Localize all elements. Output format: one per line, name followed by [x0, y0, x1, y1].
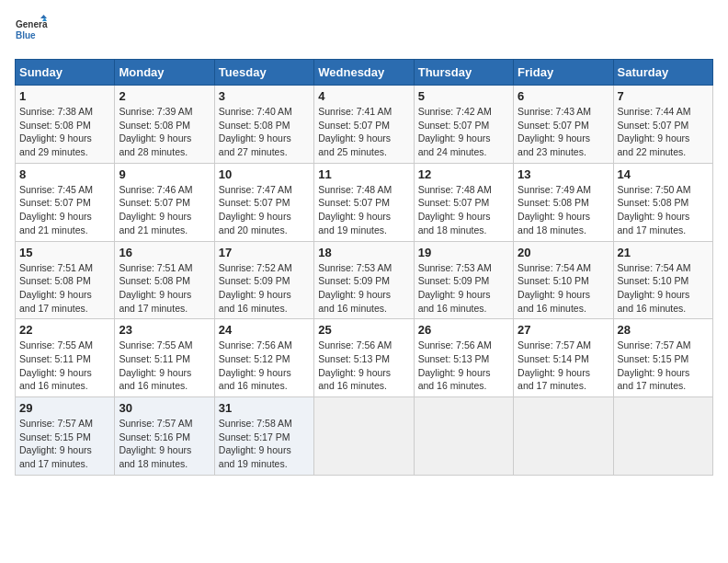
day-number: 19 [418, 246, 509, 259]
calendar-cell: 3Sunrise: 7:40 AM Sunset: 5:08 PM Daylig… [214, 86, 313, 164]
calendar-table: SundayMondayTuesdayWednesdayThursdayFrid… [15, 59, 713, 476]
day-number: 8 [19, 167, 110, 181]
weekday-friday: Friday [514, 60, 613, 86]
calendar-cell: 14Sunrise: 7:50 AM Sunset: 5:08 PM Dayli… [613, 163, 712, 241]
day-info: Sunrise: 7:38 AM Sunset: 5:08 PM Dayligh… [19, 105, 110, 159]
calendar-cell [613, 397, 712, 476]
calendar-cell: 13Sunrise: 7:49 AM Sunset: 5:08 PM Dayli… [514, 163, 613, 241]
day-number: 18 [318, 246, 409, 259]
day-number: 16 [119, 246, 210, 259]
day-info: Sunrise: 7:46 AM Sunset: 5:07 PM Dayligh… [119, 183, 210, 237]
day-info: Sunrise: 7:50 AM Sunset: 5:08 PM Dayligh… [618, 183, 709, 237]
day-info: Sunrise: 7:51 AM Sunset: 5:08 PM Dayligh… [19, 261, 110, 316]
day-info: Sunrise: 7:53 AM Sunset: 5:09 PM Dayligh… [418, 261, 509, 316]
day-info: Sunrise: 7:47 AM Sunset: 5:07 PM Dayligh… [219, 183, 310, 237]
day-info: Sunrise: 7:56 AM Sunset: 5:12 PM Dayligh… [219, 339, 310, 393]
calendar-cell: 5Sunrise: 7:42 AM Sunset: 5:07 PM Daylig… [414, 86, 513, 164]
day-number: 23 [119, 323, 210, 337]
week-row-2: 8Sunrise: 7:45 AM Sunset: 5:07 PM Daylig… [16, 163, 713, 241]
day-info: Sunrise: 7:43 AM Sunset: 5:07 PM Dayligh… [518, 105, 609, 159]
day-info: Sunrise: 7:45 AM Sunset: 5:07 PM Dayligh… [19, 183, 110, 237]
day-info: Sunrise: 7:39 AM Sunset: 5:08 PM Dayligh… [119, 105, 210, 159]
calendar-cell: 31Sunrise: 7:58 AM Sunset: 5:17 PM Dayli… [214, 397, 313, 476]
day-number: 26 [418, 323, 509, 337]
calendar-cell: 11Sunrise: 7:48 AM Sunset: 5:07 PM Dayli… [314, 163, 414, 241]
day-info: Sunrise: 7:53 AM Sunset: 5:09 PM Dayligh… [318, 261, 409, 316]
day-number: 22 [19, 323, 110, 337]
logo-graphic: General Blue [15, 15, 48, 48]
day-info: Sunrise: 7:44 AM Sunset: 5:07 PM Dayligh… [618, 105, 709, 159]
calendar-cell: 21Sunrise: 7:54 AM Sunset: 5:10 PM Dayli… [613, 241, 712, 319]
calendar-cell: 6Sunrise: 7:43 AM Sunset: 5:07 PM Daylig… [514, 86, 613, 164]
day-info: Sunrise: 7:57 AM Sunset: 5:15 PM Dayligh… [618, 339, 709, 393]
calendar-cell: 18Sunrise: 7:53 AM Sunset: 5:09 PM Dayli… [314, 241, 414, 319]
calendar-cell: 2Sunrise: 7:39 AM Sunset: 5:08 PM Daylig… [115, 86, 214, 164]
calendar-cell: 24Sunrise: 7:56 AM Sunset: 5:12 PM Dayli… [214, 319, 313, 397]
calendar-cell: 1Sunrise: 7:38 AM Sunset: 5:08 PM Daylig… [16, 86, 115, 164]
day-number: 29 [19, 401, 110, 415]
calendar-cell: 8Sunrise: 7:45 AM Sunset: 5:07 PM Daylig… [16, 163, 115, 241]
day-number: 14 [618, 167, 709, 181]
day-info: Sunrise: 7:42 AM Sunset: 5:07 PM Dayligh… [418, 105, 509, 159]
week-row-5: 29Sunrise: 7:57 AM Sunset: 5:15 PM Dayli… [16, 397, 713, 476]
calendar-cell: 27Sunrise: 7:57 AM Sunset: 5:14 PM Dayli… [514, 319, 613, 397]
calendar-cell: 26Sunrise: 7:56 AM Sunset: 5:13 PM Dayli… [414, 319, 513, 397]
week-row-3: 15Sunrise: 7:51 AM Sunset: 5:08 PM Dayli… [16, 241, 713, 319]
day-number: 20 [518, 246, 609, 259]
day-info: Sunrise: 7:58 AM Sunset: 5:17 PM Dayligh… [219, 417, 310, 471]
calendar-cell [514, 397, 613, 476]
calendar-cell: 4Sunrise: 7:41 AM Sunset: 5:07 PM Daylig… [314, 86, 414, 164]
calendar-cell: 7Sunrise: 7:44 AM Sunset: 5:07 PM Daylig… [613, 86, 712, 164]
day-info: Sunrise: 7:54 AM Sunset: 5:10 PM Dayligh… [618, 261, 709, 316]
day-info: Sunrise: 7:41 AM Sunset: 5:07 PM Dayligh… [318, 105, 409, 159]
weekday-saturday: Saturday [613, 60, 712, 86]
day-number: 3 [219, 89, 310, 103]
day-info: Sunrise: 7:57 AM Sunset: 5:15 PM Dayligh… [19, 417, 110, 471]
weekday-sunday: Sunday [16, 60, 115, 86]
day-number: 5 [418, 89, 509, 103]
day-info: Sunrise: 7:55 AM Sunset: 5:11 PM Dayligh… [119, 339, 210, 393]
weekday-tuesday: Tuesday [214, 60, 313, 86]
day-info: Sunrise: 7:51 AM Sunset: 5:08 PM Dayligh… [119, 261, 210, 316]
day-info: Sunrise: 7:40 AM Sunset: 5:08 PM Dayligh… [219, 105, 310, 159]
calendar-cell [314, 397, 414, 476]
weekday-wednesday: Wednesday [314, 60, 414, 86]
calendar-cell: 10Sunrise: 7:47 AM Sunset: 5:07 PM Dayli… [214, 163, 313, 241]
day-info: Sunrise: 7:56 AM Sunset: 5:13 PM Dayligh… [318, 339, 409, 393]
weekday-monday: Monday [115, 60, 214, 86]
day-number: 17 [219, 246, 310, 259]
day-number: 6 [518, 89, 609, 103]
calendar-cell: 29Sunrise: 7:57 AM Sunset: 5:15 PM Dayli… [16, 397, 115, 476]
day-number: 13 [518, 167, 609, 181]
day-info: Sunrise: 7:57 AM Sunset: 5:14 PM Dayligh… [518, 339, 609, 393]
calendar-cell: 17Sunrise: 7:52 AM Sunset: 5:09 PM Dayli… [214, 241, 313, 319]
day-number: 2 [119, 89, 210, 103]
week-row-4: 22Sunrise: 7:55 AM Sunset: 5:11 PM Dayli… [16, 319, 713, 397]
day-number: 9 [119, 167, 210, 181]
calendar-cell [414, 397, 513, 476]
day-number: 30 [119, 401, 210, 415]
day-number: 15 [19, 246, 110, 259]
calendar-cell: 30Sunrise: 7:57 AM Sunset: 5:16 PM Dayli… [115, 397, 214, 476]
weekday-thursday: Thursday [414, 60, 513, 86]
day-number: 25 [318, 323, 409, 337]
day-number: 28 [618, 323, 709, 337]
day-number: 12 [418, 167, 509, 181]
day-number: 10 [219, 167, 310, 181]
day-info: Sunrise: 7:57 AM Sunset: 5:16 PM Dayligh… [119, 417, 210, 471]
day-info: Sunrise: 7:52 AM Sunset: 5:09 PM Dayligh… [219, 261, 310, 316]
calendar-cell: 19Sunrise: 7:53 AM Sunset: 5:09 PM Dayli… [414, 241, 513, 319]
calendar-cell: 23Sunrise: 7:55 AM Sunset: 5:11 PM Dayli… [115, 319, 214, 397]
day-number: 24 [219, 323, 310, 337]
calendar-cell: 25Sunrise: 7:56 AM Sunset: 5:13 PM Dayli… [314, 319, 414, 397]
day-number: 1 [19, 89, 110, 103]
day-info: Sunrise: 7:54 AM Sunset: 5:10 PM Dayligh… [518, 261, 609, 316]
calendar-cell: 15Sunrise: 7:51 AM Sunset: 5:08 PM Dayli… [16, 241, 115, 319]
day-number: 21 [618, 246, 709, 259]
week-row-1: 1Sunrise: 7:38 AM Sunset: 5:08 PM Daylig… [16, 86, 713, 164]
calendar-cell: 20Sunrise: 7:54 AM Sunset: 5:10 PM Dayli… [514, 241, 613, 319]
day-number: 4 [318, 89, 409, 103]
day-info: Sunrise: 7:49 AM Sunset: 5:08 PM Dayligh… [518, 183, 609, 237]
day-info: Sunrise: 7:48 AM Sunset: 5:07 PM Dayligh… [318, 183, 409, 237]
weekday-header-row: SundayMondayTuesdayWednesdayThursdayFrid… [16, 60, 713, 86]
